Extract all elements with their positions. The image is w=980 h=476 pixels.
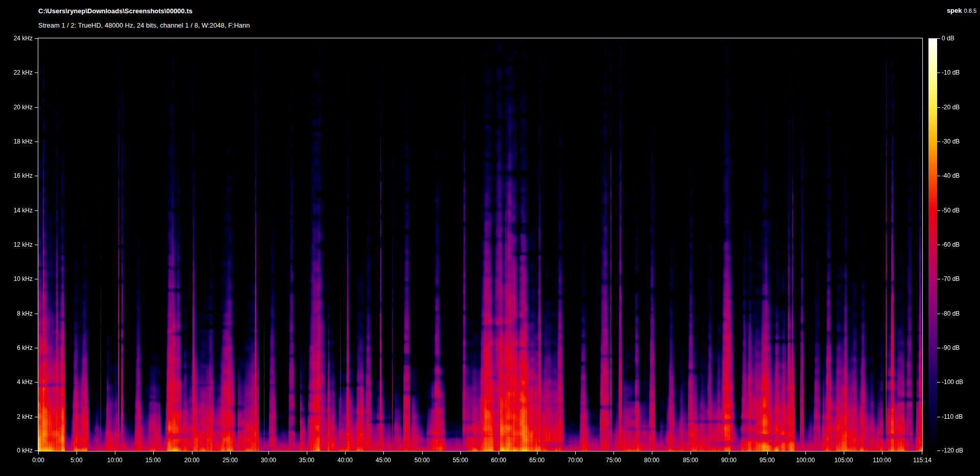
- stream-info: Stream 1 / 2: TrueHD, 48000 Hz, 24 bits,…: [38, 21, 250, 29]
- time-tick: [767, 451, 768, 455]
- db-tick: [937, 38, 940, 39]
- time-tick: [307, 451, 307, 455]
- time-tick: [844, 451, 844, 455]
- time-tick: [729, 451, 729, 455]
- db-tick: [937, 348, 940, 348]
- time-tick-label: 10:00: [96, 456, 133, 464]
- time-tick-label: 25:00: [212, 456, 249, 464]
- db-tick: [937, 141, 940, 142]
- time-tick: [345, 451, 346, 455]
- time-tick: [38, 451, 39, 455]
- time-tick-label: 0:00: [20, 456, 57, 464]
- db-tick: [937, 382, 940, 383]
- time-tick: [805, 451, 806, 455]
- time-tick: [153, 451, 154, 455]
- time-tick-label: 50:00: [404, 456, 440, 464]
- freq-tick: [35, 38, 38, 39]
- freq-tick: [35, 245, 38, 245]
- freq-tick: [35, 450, 38, 451]
- time-tick: [192, 451, 192, 455]
- db-tick-label: -70 dB: [942, 275, 960, 283]
- file-path-title: C:\Users\rynep\Downloads\Screenshots\000…: [38, 7, 192, 15]
- db-tick: [937, 417, 940, 417]
- time-tick: [499, 451, 499, 455]
- freq-tick: [35, 176, 38, 176]
- freq-tick-label: 2 kHz: [0, 413, 33, 421]
- freq-tick-label: 12 kHz: [0, 241, 33, 249]
- db-tick-label: -100 dB: [942, 378, 963, 386]
- db-tick: [937, 314, 940, 314]
- time-tick-label: 100:00: [787, 456, 824, 464]
- db-tick-label: -90 dB: [942, 344, 960, 352]
- time-tick: [115, 451, 115, 455]
- time-tick-label: 95:00: [749, 456, 786, 464]
- time-tick-label: 75:00: [595, 456, 632, 464]
- time-tick: [230, 451, 231, 455]
- freq-tick-label: 20 kHz: [0, 103, 33, 111]
- db-tick: [937, 176, 940, 176]
- time-tick: [922, 451, 922, 455]
- app-brand: spek0.8.5: [947, 7, 976, 14]
- freq-tick: [35, 279, 38, 279]
- time-tick-label: 35:00: [288, 456, 325, 464]
- time-tick: [268, 451, 269, 455]
- time-tick: [383, 451, 384, 455]
- freq-tick-label: 16 kHz: [0, 172, 33, 180]
- freq-tick: [35, 107, 38, 108]
- freq-tick: [35, 73, 38, 73]
- freq-tick: [35, 141, 38, 142]
- db-tick-label: -10 dB: [942, 68, 960, 77]
- time-tick-label: 65:00: [519, 456, 555, 464]
- time-tick: [422, 451, 423, 455]
- time-tick: [575, 451, 576, 455]
- time-tick-label: 60:00: [480, 456, 517, 464]
- colorbar-gradient: [928, 38, 937, 451]
- time-tick-label: 90:00: [710, 456, 747, 464]
- db-tick: [937, 279, 940, 279]
- db-tick-label: -120 dB: [942, 446, 963, 455]
- db-tick: [937, 245, 940, 245]
- db-tick-label: -20 dB: [942, 103, 960, 111]
- time-tick-label: 110:00: [864, 456, 900, 464]
- freq-tick-label: 22 kHz: [0, 68, 33, 77]
- time-tick: [77, 451, 77, 455]
- time-tick-label: 80:00: [633, 456, 670, 464]
- db-tick: [937, 450, 940, 451]
- freq-tick: [35, 348, 38, 348]
- db-tick-label: -50 dB: [942, 206, 960, 215]
- time-tick: [691, 451, 691, 455]
- db-tick-label: -40 dB: [942, 172, 960, 180]
- time-tick: [460, 451, 461, 455]
- db-tick-label: -80 dB: [942, 310, 960, 318]
- time-tick: [614, 451, 614, 455]
- freq-tick-label: 14 kHz: [0, 206, 33, 215]
- time-tick-label: 105:00: [825, 456, 862, 464]
- freq-tick: [35, 314, 38, 314]
- freq-tick: [35, 210, 38, 211]
- freq-tick-label: 10 kHz: [0, 275, 33, 283]
- time-tick-label: 20:00: [174, 456, 210, 464]
- db-tick-label: -30 dB: [942, 137, 960, 146]
- app-version: 0.8.5: [964, 8, 976, 14]
- freq-tick: [35, 417, 38, 417]
- freq-tick-label: 4 kHz: [0, 378, 33, 386]
- freq-tick-label: 8 kHz: [0, 310, 33, 318]
- time-tick: [652, 451, 652, 455]
- db-tick-label: -110 dB: [942, 413, 963, 421]
- app-name: spek: [947, 7, 962, 14]
- time-tick-label: 5:00: [58, 456, 95, 464]
- time-tick-label: 115:14: [904, 456, 941, 464]
- db-tick-label: -60 dB: [942, 241, 960, 249]
- db-tick: [937, 73, 940, 73]
- db-tick: [937, 107, 940, 108]
- time-tick-label: 40:00: [327, 456, 363, 464]
- freq-tick-label: 6 kHz: [0, 344, 33, 352]
- freq-tick-label: 18 kHz: [0, 137, 33, 146]
- time-tick: [537, 451, 537, 455]
- time-tick: [882, 451, 883, 455]
- db-tick: [937, 210, 940, 211]
- time-tick-label: 70:00: [557, 456, 594, 464]
- freq-tick-label: 0 kHz: [0, 446, 33, 455]
- time-tick-label: 15:00: [135, 456, 172, 464]
- time-tick-label: 30:00: [250, 456, 287, 464]
